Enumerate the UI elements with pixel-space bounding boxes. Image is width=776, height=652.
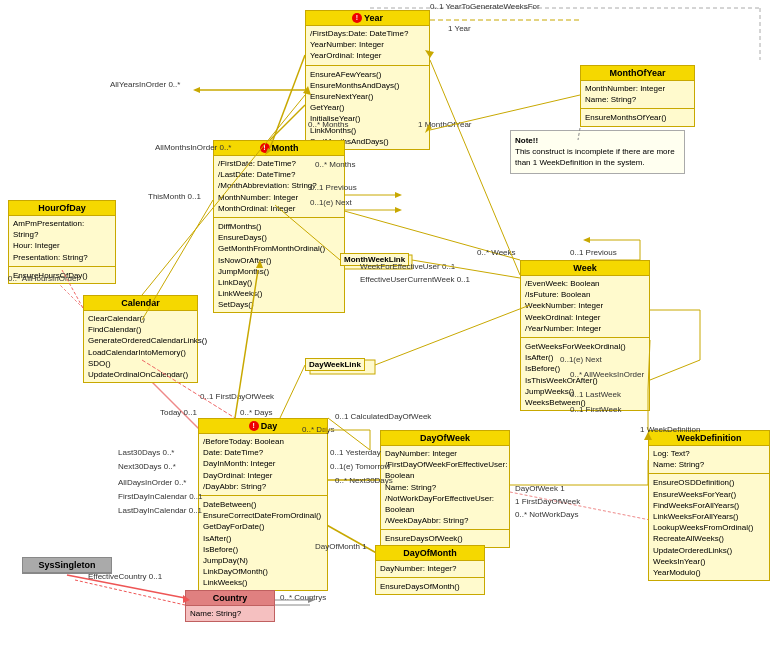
label-firstweek: 0..1 FirstWeek bbox=[570, 405, 621, 414]
monthofyear-box: MonthOfYear MonthNumber: Integer Name: S… bbox=[580, 65, 695, 127]
label-year-to-weeksfor: 0..1 YearToGenerateWeeksFor bbox=[430, 2, 540, 11]
label-next30: 0..* Next30Days bbox=[335, 476, 393, 485]
svg-marker-8 bbox=[395, 192, 402, 198]
svg-line-47 bbox=[375, 305, 530, 365]
calendar-title: Calendar bbox=[121, 298, 160, 308]
label-prev-month: 0..1 Previous bbox=[310, 183, 357, 192]
week-box: Week /EvenWeek: Boolean /IsFuture: Boole… bbox=[520, 260, 650, 411]
weekdefinition-box: WeekDefinition Log: Text? Name: String? … bbox=[648, 430, 770, 581]
label-effectivecountry: EffectiveCountry 0..1 bbox=[88, 572, 162, 581]
day-title: Day bbox=[261, 421, 278, 431]
label-calcdow: 0..1 CalculatedDayOfWeek bbox=[335, 412, 431, 421]
day-excl: ! bbox=[249, 421, 259, 431]
dayofmonth-title: DayOfMonth bbox=[403, 548, 457, 558]
year-header: ! Year bbox=[306, 11, 429, 26]
label-thismonth: ThisMonth 0..1 bbox=[148, 192, 201, 201]
label-months2: 0..* Months bbox=[315, 160, 355, 169]
monthofyear-attrs: MonthNumber: Integer Name: String? bbox=[581, 81, 694, 107]
svg-marker-4 bbox=[193, 87, 200, 93]
label-notworkdays: 0..* NotWorkDays bbox=[515, 510, 578, 519]
dayofweek-attrs: DayNumber: Integer /FirstDayOfWeekForEff… bbox=[381, 446, 509, 528]
dayofweek-header: DayOfWeek bbox=[381, 431, 509, 446]
svg-line-19 bbox=[75, 580, 185, 605]
dayofmonth-header: DayOfMonth bbox=[376, 546, 484, 561]
hourofday-title: HourOfDay bbox=[38, 203, 86, 213]
country-title: Country bbox=[213, 593, 248, 603]
monthofyear-header: MonthOfYear bbox=[581, 66, 694, 81]
note-box: Note!! This construct is incomplete if t… bbox=[510, 130, 685, 174]
day-methods: DateBetween() EnsureCorrectDateFromOrdin… bbox=[199, 497, 327, 591]
weekdefinition-attrs: Log: Text? Name: String? bbox=[649, 446, 769, 472]
day-attrs: /BeforeToday: Boolean Date: DateTime? Da… bbox=[199, 434, 327, 494]
dayofmonth-box: DayOfMonth DayNumber: Integer? EnsureDay… bbox=[375, 545, 485, 595]
year-methods: EnsureAFewYears() EnsureMonthsAndDays() … bbox=[306, 67, 429, 149]
label-allyears: AllYearsInOrder 0..* bbox=[110, 80, 180, 89]
label-weekforuser: WeekForEffectiveUser 0..1 bbox=[360, 262, 455, 271]
country-box: Country Name: String? bbox=[185, 590, 275, 622]
label-dayofmonth1: DayOfMonth 1 bbox=[315, 542, 367, 551]
svg-marker-36 bbox=[583, 237, 590, 243]
svg-marker-10 bbox=[395, 207, 402, 213]
week-header: Week bbox=[521, 261, 649, 276]
label-allweeks: 0..* AllWeeksInOrder bbox=[570, 370, 644, 379]
year-excl: ! bbox=[352, 13, 362, 23]
label-weeks: 0..* Weeks bbox=[477, 248, 516, 257]
label-weekdef: 1 WeekDefinition bbox=[640, 425, 700, 434]
year-title: Year bbox=[364, 13, 383, 23]
monthofyear-methods: EnsureMonthsOfYear() bbox=[581, 110, 694, 125]
hourofday-attrs: AmPmPresentation: String? Hour: Integer … bbox=[9, 216, 115, 265]
label-days1: 0..* Days bbox=[240, 408, 272, 417]
syssingleton-header: SysSingleton bbox=[23, 558, 111, 573]
label-last30: Last30Days 0..* bbox=[118, 448, 174, 457]
country-header: Country bbox=[186, 591, 274, 606]
monthofyear-title: MonthOfYear bbox=[609, 68, 665, 78]
label-tomorrow: 0..1(e) Tomorrow bbox=[330, 462, 390, 471]
dayofmonth-methods: EnsureDaysOfMonth() bbox=[376, 579, 484, 594]
label-1year: 1 Year bbox=[448, 24, 471, 33]
label-next30r: Next30Days 0..* bbox=[118, 462, 176, 471]
label-days2: 0..* Days bbox=[302, 425, 334, 434]
hourofday-header: HourOfDay bbox=[9, 201, 115, 216]
dayofmonth-attrs: DayNumber: Integer? bbox=[376, 561, 484, 576]
svg-line-46 bbox=[280, 365, 305, 418]
label-countries: 0..* Countrys bbox=[280, 593, 326, 602]
svg-line-39 bbox=[650, 360, 700, 380]
label-alldaysinorder: AllDaysInOrder 0..* bbox=[118, 478, 186, 487]
hourofday-box: HourOfDay AmPmPresentation: String? Hour… bbox=[8, 200, 116, 284]
month-header: ! Month bbox=[214, 141, 344, 156]
dayofweek-box: DayOfWeek DayNumber: Integer /FirstDayOf… bbox=[380, 430, 510, 548]
label-months1: 0..* Months bbox=[308, 120, 348, 129]
label-next-week: 0..1(e) Next bbox=[560, 355, 602, 364]
calendar-box: Calendar ClearCalendar() FindCalendar() … bbox=[83, 295, 198, 383]
day-box: ! Day /BeforeToday: Boolean Date: DateTi… bbox=[198, 418, 328, 591]
week-title: Week bbox=[573, 263, 596, 273]
country-attrs: Name: String? bbox=[186, 606, 274, 621]
label-firstdayofweek: 0..1 FirstDayOfWeek bbox=[200, 392, 274, 401]
label-lastweek: 0..1 LastWeek bbox=[570, 390, 621, 399]
note-title: Note!! bbox=[515, 135, 680, 146]
label-today: Today 0..1 bbox=[160, 408, 197, 417]
weekdefinition-methods: EnsureOSDDefinition() EnsureWeeksForYear… bbox=[649, 475, 769, 580]
calendar-header: Calendar bbox=[84, 296, 197, 311]
label-currentweek: EffectiveUserCurrentWeek 0..1 bbox=[360, 275, 470, 284]
svg-line-31 bbox=[430, 60, 520, 275]
label-firstdayfweek: 1 FirstDayOfWeek bbox=[515, 497, 580, 506]
label-allmonths: AllMonthsInOrder 0..* bbox=[155, 143, 231, 152]
label-allhours: 0..* AllHoursInOrder bbox=[8, 274, 79, 283]
label-yesterday: 0..1 Yesterday bbox=[330, 448, 381, 457]
label-lastdayincal: LastDayInCalendar 0..1 bbox=[118, 506, 202, 515]
weekdefinition-title: WeekDefinition bbox=[677, 433, 742, 443]
dayweeklink-box: DayWeekLink bbox=[305, 358, 365, 371]
calendar-methods: ClearCalendar() FindCalendar() GenerateO… bbox=[84, 311, 197, 382]
month-excl: ! bbox=[260, 143, 270, 153]
week-attrs: /EvenWeek: Boolean /IsFuture: Boolean We… bbox=[521, 276, 649, 336]
note-text: This construct is incomplete if there ar… bbox=[515, 146, 680, 168]
month-methods: DiffMonths() EnsureDays() GetMonthFromMo… bbox=[214, 219, 344, 313]
year-attrs: /FirstDays:Date: DateTime? YearNumber: I… bbox=[306, 26, 429, 64]
label-next-month: 0..1(e) Next bbox=[310, 198, 352, 207]
label-prev-week: 0..1 Previous bbox=[570, 248, 617, 257]
label-firstdayincal: FirstDayInCalendar 0..1 bbox=[118, 492, 202, 501]
svg-line-42 bbox=[328, 418, 370, 450]
month-title: Month bbox=[272, 143, 299, 153]
syssingleton-title: SysSingleton bbox=[38, 560, 95, 570]
